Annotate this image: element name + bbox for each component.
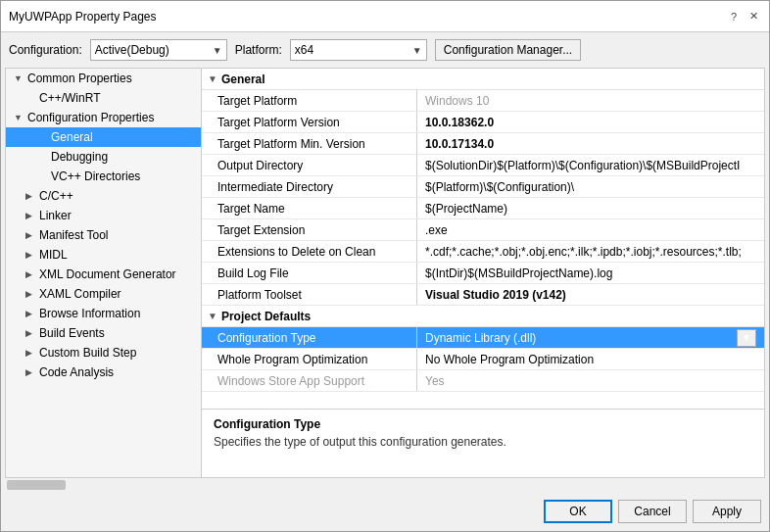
config-bar: Configuration: Active(Debug) ▼ Platform:… — [1, 32, 769, 68]
property-pages-dialog: MyUWPApp Property Pages ? ✕ Configuratio… — [0, 0, 770, 532]
prop-value-platform-toolset: Visual Studio 2019 (v142) — [417, 284, 764, 305]
tree-item-general[interactable]: General — [6, 127, 201, 147]
prop-value-text-output-directory: $(SolutionDir)$(Platform)\$(Configuratio… — [425, 159, 740, 172]
tree-item-xaml-compiler[interactable]: ▶XAML Compiler — [6, 284, 201, 304]
prop-name-output-directory: Output Directory — [202, 155, 417, 175]
prop-row-target-extension[interactable]: Target Extension.exe — [202, 219, 764, 241]
prop-name-build-log: Build Log File — [202, 263, 417, 283]
expander-manifest-tool: ▶ — [25, 230, 39, 240]
tree-item-cpp[interactable]: ▶C/C++ — [6, 186, 201, 206]
platform-value: x64 — [295, 43, 313, 57]
section-project-defaults[interactable]: ▼Project Defaults — [202, 306, 764, 327]
tree-item-browse-info[interactable]: ▶Browse Information — [6, 304, 201, 323]
prop-value-text-extensions-delete: *.cdf;*.cache;*.obj;*.obj.enc;*.ilk;*.ip… — [425, 245, 742, 259]
horizontal-scrollbar[interactable] — [5, 478, 197, 492]
config-manager-button[interactable]: Configuration Manager... — [435, 39, 581, 61]
prop-row-whole-program[interactable]: Whole Program OptimizationNo Whole Progr… — [202, 349, 764, 370]
tree-label-general: General — [51, 130, 93, 144]
prop-name-extensions-delete: Extensions to Delete on Clean — [202, 241, 417, 262]
prop-value-target-platform-version: 10.0.18362.0 — [417, 112, 764, 132]
tree-label-build-events: Build Events — [39, 326, 105, 340]
close-button[interactable]: ✕ — [746, 9, 761, 24]
prop-row-target-platform-min[interactable]: Target Platform Min. Version10.0.17134.0 — [202, 133, 764, 155]
prop-value-config-type[interactable]: Dynamic Library (.dll)▼ — [417, 327, 764, 348]
expander-xaml-compiler: ▶ — [25, 289, 39, 299]
cancel-button[interactable]: Cancel — [618, 500, 687, 523]
tree-item-custom-build[interactable]: ▶Custom Build Step — [6, 343, 201, 363]
prop-name-target-name: Target Name — [202, 198, 417, 218]
bottom-bar: OK Cancel Apply — [1, 492, 769, 531]
ok-button[interactable]: OK — [544, 500, 612, 523]
prop-value-text-whole-program: No Whole Program Optimization — [425, 353, 594, 366]
tree-item-vc-directories[interactable]: VC++ Directories — [6, 167, 201, 186]
prop-name-target-platform: Target Platform — [202, 90, 417, 111]
tree-item-debugging[interactable]: Debugging — [6, 147, 201, 167]
tree-label-manifest-tool: Manifest Tool — [39, 228, 108, 242]
prop-row-intermediate-directory[interactable]: Intermediate Directory$(Platform)\$(Conf… — [202, 176, 764, 198]
prop-row-output-directory[interactable]: Output Directory$(SolutionDir)$(Platform… — [202, 155, 764, 176]
tree-label-code-analysis: Code Analysis — [39, 365, 114, 379]
prop-value-extensions-delete: *.cdf;*.cache;*.obj;*.obj.enc;*.ilk;*.ip… — [417, 241, 764, 262]
prop-name-target-platform-version: Target Platform Version — [202, 112, 417, 132]
configuration-dropdown[interactable]: Active(Debug) ▼ — [90, 39, 227, 61]
tree-item-cpp-winrt[interactable]: C++/WinRT — [6, 88, 201, 108]
expander-midl: ▶ — [25, 250, 39, 260]
description-text: Specifies the type of output this config… — [214, 435, 752, 449]
tree-label-custom-build: Custom Build Step — [39, 346, 136, 360]
prop-name-platform-toolset: Platform Toolset — [202, 284, 417, 305]
tree-item-code-analysis[interactable]: ▶Code Analysis — [6, 363, 201, 382]
title-bar-controls: ? ✕ — [726, 9, 761, 24]
prop-name-target-platform-min: Target Platform Min. Version — [202, 133, 417, 154]
prop-row-config-type[interactable]: Configuration TypeDynamic Library (.dll)… — [202, 327, 764, 349]
prop-name-intermediate-directory: Intermediate Directory — [202, 176, 417, 197]
prop-value-target-name: $(ProjectName) — [417, 198, 764, 218]
prop-row-build-log[interactable]: Build Log File$(IntDir)$(MSBuildProjectN… — [202, 263, 764, 284]
platform-dropdown[interactable]: x64 ▼ — [290, 39, 427, 61]
tree-item-midl[interactable]: ▶MIDL — [6, 245, 201, 265]
prop-name-windows-store: Windows Store App Support — [202, 370, 417, 391]
expander-custom-build: ▶ — [25, 348, 39, 358]
prop-value-windows-store: Yes — [417, 370, 764, 391]
prop-name-target-extension: Target Extension — [202, 219, 417, 240]
collapse-project-defaults-icon: ▼ — [208, 311, 217, 321]
section-general[interactable]: ▼General — [202, 69, 764, 90]
prop-value-target-platform: Windows 10 — [417, 90, 764, 111]
prop-value-text-target-platform-version: 10.0.18362.0 — [425, 116, 494, 129]
tree-label-midl: MIDL — [39, 248, 68, 262]
main-content: ▼Common PropertiesC++/WinRT▼Configuratio… — [5, 68, 765, 478]
section-project-defaults-title: Project Defaults — [221, 310, 311, 323]
apply-button[interactable]: Apply — [693, 500, 761, 523]
prop-value-text-target-extension: .exe — [425, 223, 448, 237]
tree-label-vc-directories: VC++ Directories — [51, 169, 140, 183]
tree-item-manifest-tool[interactable]: ▶Manifest Tool — [6, 225, 201, 245]
help-button[interactable]: ? — [726, 9, 742, 24]
tree-item-common-properties[interactable]: ▼Common Properties — [6, 69, 201, 88]
prop-row-platform-toolset[interactable]: Platform ToolsetVisual Studio 2019 (v142… — [202, 284, 764, 306]
prop-value-text-platform-toolset: Visual Studio 2019 (v142) — [425, 288, 566, 302]
property-table: ▼GeneralTarget PlatformWindows 10Target … — [202, 69, 764, 409]
expander-build-events: ▶ — [25, 328, 39, 338]
tree-label-cpp: C/C++ — [39, 189, 73, 203]
prop-value-build-log: $(IntDir)$(MSBuildProjectName).log — [417, 263, 764, 283]
prop-value-text-config-type: Dynamic Library (.dll) — [425, 331, 536, 345]
tree-label-browse-info: Browse Information — [39, 307, 140, 320]
tree-item-build-events[interactable]: ▶Build Events — [6, 323, 201, 343]
prop-value-intermediate-directory: $(Platform)\$(Configuration)\ — [417, 176, 764, 197]
prop-row-extensions-delete[interactable]: Extensions to Delete on Clean*.cdf;*.cac… — [202, 241, 764, 263]
value-dropdown-arrow-config-type[interactable]: ▼ — [737, 329, 756, 347]
prop-row-target-platform[interactable]: Target PlatformWindows 10 — [202, 90, 764, 112]
configuration-dropdown-arrow: ▼ — [213, 45, 222, 56]
tree-item-configuration-properties[interactable]: ▼Configuration Properties — [6, 108, 201, 127]
tree-item-xml-document[interactable]: ▶XML Document Generator — [6, 265, 201, 284]
prop-value-whole-program: No Whole Program Optimization — [417, 349, 764, 369]
prop-row-target-platform-version[interactable]: Target Platform Version10.0.18362.0 — [202, 112, 764, 133]
configuration-value: Active(Debug) — [95, 43, 169, 57]
prop-row-target-name[interactable]: Target Name$(ProjectName) — [202, 198, 764, 219]
expander-common-properties: ▼ — [14, 73, 27, 83]
prop-value-target-extension: .exe — [417, 219, 764, 240]
prop-name-config-type: Configuration Type — [202, 327, 417, 348]
tree-item-linker[interactable]: ▶Linker — [6, 206, 201, 225]
tree-label-common-properties: Common Properties — [27, 72, 132, 85]
prop-row-windows-store[interactable]: Windows Store App SupportYes — [202, 370, 764, 392]
prop-value-target-platform-min: 10.0.17134.0 — [417, 133, 764, 154]
